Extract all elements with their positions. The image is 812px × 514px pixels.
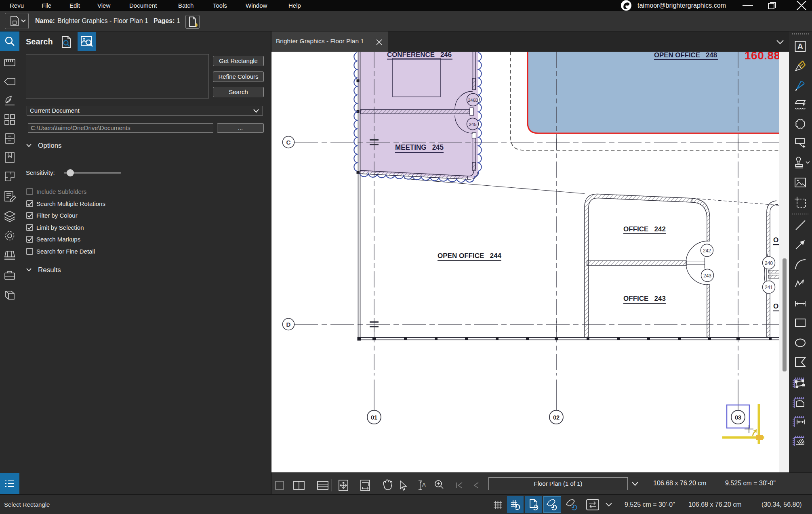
svg-text:C: C (286, 139, 291, 146)
svg-text:O: O (773, 302, 778, 310)
svg-text:O: O (773, 236, 778, 244)
svg-text:246B: 246B (468, 98, 478, 103)
svg-text:02: 02 (553, 414, 560, 421)
svg-text:OPEN OFFICE 244: OPEN OFFICE 244 (438, 252, 502, 260)
svg-text:01: 01 (371, 414, 377, 421)
svg-text:MEETING 245: MEETING 245 (395, 143, 444, 151)
svg-text:A: A (797, 42, 803, 51)
svg-text:240: 240 (765, 260, 773, 266)
svg-text:242: 242 (703, 248, 711, 254)
svg-text:160.88: 160.88 (745, 52, 779, 62)
svg-text:CONFERENCE 246: CONFERENCE 246 (387, 52, 452, 59)
svg-text:243: 243 (703, 273, 711, 279)
svg-text:OFFICE 242: OFFICE 242 (623, 225, 666, 233)
svg-text:OFFICE 243: OFFICE 243 (623, 295, 666, 302)
svg-text:A: A (422, 482, 426, 488)
svg-text:OPEN OFFICE 248: OPEN OFFICE 248 (654, 52, 717, 59)
svg-text:D: D (286, 321, 291, 328)
svg-text:245: 245 (469, 122, 476, 127)
svg-text:241: 241 (765, 285, 773, 290)
svg-text:03: 03 (735, 414, 741, 421)
